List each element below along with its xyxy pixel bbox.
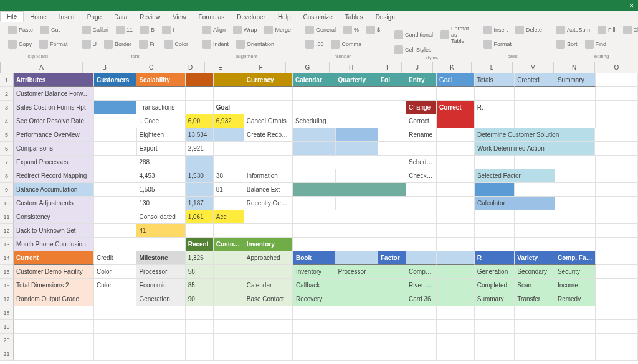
cell-J19[interactable] — [406, 320, 437, 334]
cell-H17[interactable] — [335, 292, 378, 306]
cell-B20[interactable] — [94, 334, 136, 347]
cell-C14[interactable]: Milestone — [136, 251, 185, 265]
cell-A3[interactable]: Sales Cost on Forms Rpt — [14, 101, 94, 114]
cell-B16[interactable]: Color — [94, 279, 136, 292]
cell-D7[interactable] — [186, 156, 214, 169]
cell-L13[interactable] — [475, 238, 515, 251]
cell-I5[interactable] — [378, 128, 406, 142]
cell-G14[interactable]: Book — [293, 251, 336, 265]
cell-L18[interactable] — [475, 306, 515, 320]
col-header-F[interactable]: F — [236, 62, 286, 73]
cell-H6[interactable] — [336, 142, 379, 156]
cell-N18[interactable] — [555, 306, 596, 320]
cell-D15[interactable]: 58 — [186, 265, 214, 279]
cell-G16[interactable]: Callback — [293, 279, 336, 292]
cell-C9[interactable]: 1,505 — [136, 183, 185, 197]
cell-E8[interactable]: 38 — [214, 169, 244, 183]
cell-M11[interactable] — [515, 210, 555, 224]
cell-E21[interactable] — [214, 347, 244, 361]
cell-C3[interactable]: Transactions — [136, 101, 185, 114]
cell-E5[interactable] — [214, 128, 244, 142]
row-header-11[interactable]: 11 — [0, 210, 14, 224]
cell-B17[interactable] — [94, 292, 136, 306]
cell-J18[interactable] — [406, 306, 437, 320]
cell-A15[interactable]: Customer Demo Facility — [14, 265, 94, 279]
row-header-15[interactable]: 15 — [0, 265, 14, 279]
cell-E9[interactable]: 81 — [214, 183, 244, 197]
cell-N9[interactable] — [555, 183, 596, 197]
cell-F20[interactable] — [244, 334, 293, 347]
cell-F3[interactable] — [244, 101, 293, 114]
cell-E18[interactable] — [214, 306, 244, 320]
row-header-8[interactable]: 8 — [0, 169, 14, 183]
cell-C21[interactable] — [136, 347, 185, 361]
ribbon-cmd-wrap[interactable]: Wrap — [231, 25, 259, 35]
row-header-7[interactable]: 7 — [0, 156, 14, 169]
cell-E16[interactable] — [214, 279, 244, 292]
cell-E1[interactable] — [214, 73, 244, 87]
cell-G3[interactable] — [293, 101, 335, 114]
cell-A1[interactable]: Attributes — [14, 73, 94, 87]
cell-E17[interactable] — [214, 292, 244, 306]
cell-G15[interactable]: Inventory — [293, 265, 336, 279]
cell-J1[interactable]: Entry — [406, 73, 437, 87]
cell-G13[interactable] — [293, 238, 335, 251]
cell-N15[interactable]: Security — [555, 265, 596, 279]
cell-A9[interactable]: Balance Accumulation — [14, 183, 94, 197]
cell-J7[interactable]: Scheduling — [406, 156, 437, 169]
cell-M20[interactable] — [515, 334, 555, 347]
cell-J3[interactable]: Change — [406, 101, 437, 114]
row-header-3[interactable]: 3 — [0, 101, 14, 114]
cell-K15[interactable] — [437, 265, 475, 279]
ribbon-cmd-fill[interactable]: Fill — [137, 39, 159, 49]
cell-D19[interactable] — [186, 320, 214, 334]
cell-I16[interactable] — [378, 279, 406, 292]
cell-E20[interactable] — [214, 334, 244, 347]
cell-B18[interactable] — [94, 306, 136, 320]
ribbon-cmd-copy[interactable]: Copy — [6, 39, 34, 49]
cell-C5[interactable]: Eighteen — [137, 128, 186, 142]
cell-D1[interactable] — [186, 73, 214, 87]
cell-A10[interactable]: Custom Adjustments — [14, 197, 94, 210]
cell-H5[interactable] — [336, 128, 379, 142]
ribbon-tab-developer[interactable]: Developer — [231, 12, 272, 22]
col-header-K[interactable]: K — [433, 62, 472, 73]
cell-D3[interactable] — [186, 101, 214, 114]
cell-J20[interactable] — [406, 334, 437, 347]
cell-H11[interactable] — [335, 210, 378, 224]
cell-H8[interactable] — [336, 169, 379, 183]
cell-D11[interactable]: 1,061 — [186, 210, 214, 224]
cell-D18[interactable] — [186, 306, 214, 320]
cell-C2[interactable] — [136, 87, 185, 101]
ribbon-tab-tables[interactable]: Tables — [339, 12, 369, 22]
cell-C12[interactable]: 41 — [136, 224, 185, 238]
ribbon-cmd--[interactable]: $ — [364, 25, 382, 35]
cell-F8[interactable]: Information — [244, 169, 293, 183]
cell-D10[interactable]: 1,187 — [186, 197, 214, 210]
ribbon-cmd-fill[interactable]: Fill — [596, 25, 617, 35]
cell-M2[interactable] — [515, 87, 555, 101]
cell-G6[interactable] — [293, 142, 336, 156]
cell-H1[interactable]: Quarterly — [335, 73, 378, 87]
cell-M12[interactable] — [515, 224, 555, 238]
cell-K5[interactable] — [437, 128, 475, 142]
cell-I9[interactable] — [378, 183, 406, 197]
cell-K6[interactable] — [437, 142, 475, 156]
col-header-E[interactable]: E — [205, 62, 236, 73]
ribbon-tab-formulas[interactable]: Formulas — [193, 12, 231, 22]
cell-L21[interactable] — [475, 347, 515, 361]
cell-C18[interactable] — [136, 306, 185, 320]
cell-K14[interactable] — [437, 251, 475, 265]
cell-O8[interactable] — [596, 169, 639, 183]
cell-N8[interactable] — [555, 169, 596, 183]
cell-N14[interactable]: Comp. Factor — [555, 251, 596, 265]
cell-J6[interactable] — [406, 142, 437, 156]
cell-G17[interactable]: Recovery — [293, 292, 336, 306]
cell-A14[interactable]: Current — [14, 251, 94, 265]
cell-L10[interactable]: Calculator — [475, 197, 555, 210]
cell-I19[interactable] — [378, 320, 406, 334]
cell-D14[interactable]: 1,326 — [186, 251, 214, 265]
ribbon-cmd-color[interactable]: Color — [163, 39, 191, 49]
cell-E12[interactable] — [214, 224, 244, 238]
cell-J11[interactable] — [406, 210, 437, 224]
